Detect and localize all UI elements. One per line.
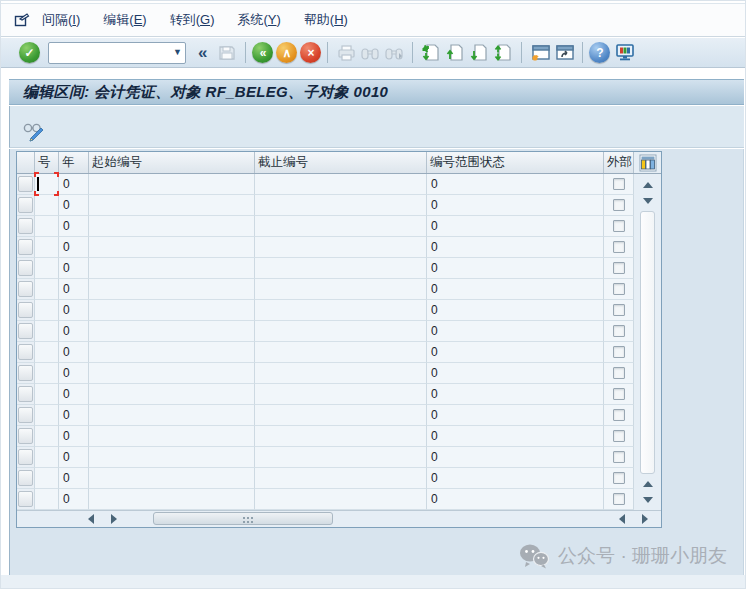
row-selector[interactable] [17,426,35,447]
row-selector[interactable] [17,258,35,279]
cell-to-number[interactable] [255,447,427,468]
horizontal-scrollbar-thumb[interactable] [153,512,333,525]
header-year[interactable]: 年 [59,152,89,173]
exit-button[interactable]: ∧ [276,42,297,63]
cell-year[interactable]: 0 [59,363,89,384]
cell-number[interactable] [35,279,59,300]
cell-year[interactable]: 0 [59,174,89,195]
cell-from-number[interactable] [89,300,255,321]
header-external[interactable]: 外部 [604,152,634,173]
row-selector[interactable] [17,363,35,384]
horizontal-scrollbar[interactable] [17,510,661,526]
cell-to-number[interactable] [255,321,427,342]
customize-layout-icon[interactable] [613,41,637,65]
header-row-selector[interactable] [17,152,35,173]
cell-from-number[interactable] [89,216,255,237]
previous-page-icon[interactable] [443,41,467,65]
cell-year[interactable]: 0 [59,405,89,426]
cancel-button[interactable]: × [300,42,321,63]
cell-year[interactable]: 0 [59,216,89,237]
cell-number[interactable] [35,468,59,489]
cell-to-number[interactable] [255,279,427,300]
header-number[interactable]: 号 [35,152,59,173]
cell-from-number[interactable] [89,279,255,300]
cell-year[interactable]: 0 [59,195,89,216]
cell-number[interactable] [35,363,59,384]
row-selector[interactable] [17,300,35,321]
cell-status[interactable]: 0 [427,300,604,321]
cell-status[interactable]: 0 [427,258,604,279]
external-checkbox[interactable] [613,304,625,316]
cell-from-number[interactable] [89,468,255,489]
external-checkbox[interactable] [613,325,625,337]
cell-status[interactable]: 0 [427,321,604,342]
display-change-icon[interactable] [22,122,48,144]
external-checkbox[interactable] [613,346,625,358]
back-button[interactable]: « [252,42,273,63]
cell-to-number[interactable] [255,468,427,489]
cell-from-number[interactable] [89,174,255,195]
external-checkbox[interactable] [613,451,625,463]
external-checkbox[interactable] [613,409,625,421]
cell-to-number[interactable] [255,342,427,363]
cell-status[interactable]: 0 [427,195,604,216]
cell-to-number[interactable] [255,174,427,195]
scroll-down-icon[interactable] [639,194,656,208]
scroll-up-icon[interactable] [639,178,656,192]
menu-item-edit[interactable]: 编辑(E) [103,11,146,29]
cell-year[interactable]: 0 [59,468,89,489]
cell-to-number[interactable] [255,258,427,279]
vertical-scrollbar[interactable] [634,174,661,510]
cell-from-number[interactable] [89,447,255,468]
cell-number[interactable] [35,216,59,237]
next-page-icon[interactable] [467,41,491,65]
external-checkbox[interactable] [613,262,625,274]
create-shortcut-icon[interactable] [552,41,576,65]
table-config-icon[interactable] [639,154,657,172]
external-checkbox[interactable] [613,472,625,484]
external-checkbox[interactable] [613,199,625,211]
external-checkbox[interactable] [613,241,625,253]
cell-number[interactable] [35,426,59,447]
cell-number[interactable] [35,321,59,342]
enter-button[interactable]: ✓ [19,42,40,63]
external-checkbox[interactable] [613,178,625,190]
first-page-icon[interactable] [419,41,443,65]
help-button[interactable]: ? [589,42,610,63]
menu-item-interval[interactable]: 间隔(I) [42,11,80,29]
cell-status[interactable]: 0 [427,216,604,237]
cell-to-number[interactable] [255,300,427,321]
vertical-scrollbar-thumb[interactable] [640,211,655,474]
cell-number[interactable] [35,489,59,510]
page-up-icon[interactable] [639,477,656,491]
cell-status[interactable]: 0 [427,342,604,363]
external-checkbox[interactable] [613,220,625,232]
cell-year[interactable]: 0 [59,237,89,258]
cell-from-number[interactable] [89,321,255,342]
cell-number[interactable] [35,300,59,321]
cell-year[interactable]: 0 [59,300,89,321]
cell-status[interactable]: 0 [427,426,604,447]
cell-year[interactable]: 0 [59,321,89,342]
cell-number[interactable] [35,195,59,216]
cell-number[interactable] [35,342,59,363]
cell-number[interactable] [35,237,59,258]
external-checkbox[interactable] [613,367,625,379]
cell-to-number[interactable] [255,195,427,216]
collapse-toolbar-icon[interactable]: « [198,43,207,63]
cell-from-number[interactable] [89,342,255,363]
last-page-icon[interactable] [491,41,515,65]
cell-from-number[interactable] [89,426,255,447]
cell-status[interactable]: 0 [427,384,604,405]
new-session-icon[interactable] [528,41,552,65]
command-input[interactable] [51,44,169,62]
scroll-right-icon[interactable] [103,512,124,525]
cell-from-number[interactable] [89,258,255,279]
menu-item-system[interactable]: 系统(Y) [237,11,280,29]
row-selector[interactable] [17,174,35,195]
cell-from-number[interactable] [89,489,255,510]
scroll-left-end-icon[interactable] [611,512,632,525]
cell-number[interactable] [35,258,59,279]
row-selector[interactable] [17,237,35,258]
cell-to-number[interactable] [255,426,427,447]
